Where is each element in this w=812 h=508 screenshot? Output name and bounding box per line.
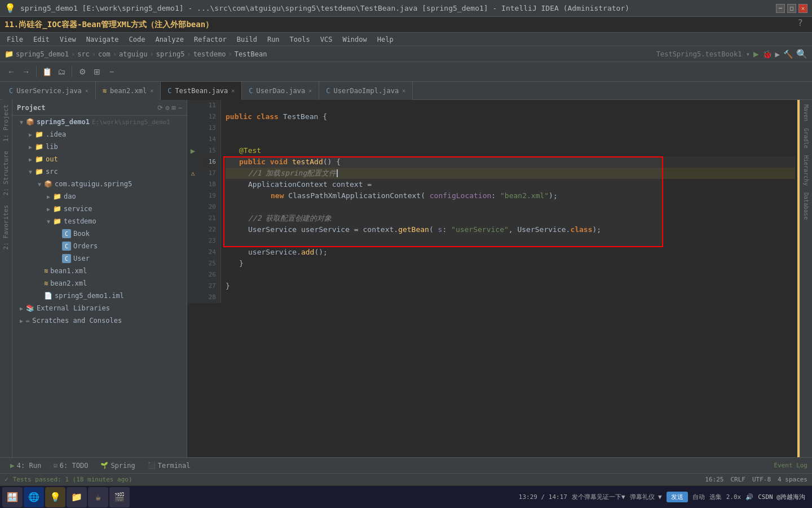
maximize-button[interactable]: □ bbox=[787, 4, 796, 13]
tree-bean2xml[interactable]: ▶ ≋ bean2.xml bbox=[12, 277, 187, 290]
collapse-button[interactable]: − bbox=[105, 65, 118, 78]
taskbar-notification2[interactable]: 弹幕礼仪 ▼ bbox=[630, 493, 662, 501]
tree-lib[interactable]: ▶ 📁 lib bbox=[12, 141, 187, 153]
expand-button[interactable]: ⊞ bbox=[90, 65, 104, 78]
taskbar-notification1[interactable]: 发个弹幕见证一下▼ bbox=[572, 493, 625, 501]
volume-icon[interactable]: 🔊 bbox=[745, 493, 753, 501]
path-spring5[interactable]: spring5 bbox=[156, 50, 185, 58]
menu-tools[interactable]: Tools bbox=[285, 33, 315, 46]
gutter-16 bbox=[187, 156, 198, 168]
tree-book[interactable]: ▶ C Book bbox=[12, 227, 187, 240]
event-log-label[interactable]: Event Log bbox=[774, 462, 807, 469]
cursor-position[interactable]: 16:25 bbox=[705, 476, 723, 483]
ie-button[interactable]: 🌐 bbox=[24, 487, 44, 507]
tab-close-testbean[interactable]: ✕ bbox=[231, 87, 235, 94]
tree-user[interactable]: ▶ C User bbox=[12, 252, 187, 265]
menu-run[interactable]: Run bbox=[263, 33, 284, 46]
tree-gear-icon[interactable]: ⚙ bbox=[165, 104, 169, 112]
select-label[interactable]: 选集 bbox=[709, 493, 722, 501]
menu-help[interactable]: Help bbox=[373, 33, 398, 46]
path-testbean[interactable]: TestBean bbox=[235, 50, 267, 58]
search-everywhere-button[interactable]: 🔍 bbox=[796, 49, 807, 59]
tab-close-bean2xml[interactable]: ✕ bbox=[150, 87, 153, 94]
structure-panel-button[interactable]: 2: Structure bbox=[2, 151, 10, 195]
tree-service[interactable]: ▶ 📁 service bbox=[12, 203, 187, 215]
tree-external-libs[interactable]: ▶ 📚 External Libraries bbox=[12, 302, 187, 314]
path-com[interactable]: com bbox=[98, 50, 111, 58]
settings-button[interactable]: ⚙ bbox=[76, 65, 89, 78]
favorites-panel-button[interactable]: 2: Favorites bbox=[2, 205, 10, 249]
tab-bean2xml[interactable]: ≋ bean2.xml ✕ bbox=[96, 82, 161, 100]
path-src[interactable]: src bbox=[77, 50, 90, 58]
tree-orders[interactable]: ▶ C Orders bbox=[12, 240, 187, 252]
close-button[interactable]: ✕ bbox=[798, 4, 807, 13]
tree-src[interactable]: ▼ 📁 src bbox=[12, 165, 187, 178]
send-button[interactable]: 发送 bbox=[667, 492, 688, 502]
encoding[interactable]: UTF-8 bbox=[752, 476, 771, 483]
coverage-button[interactable]: ▶ bbox=[775, 50, 780, 59]
tree-collapse-icon[interactable]: − bbox=[178, 104, 182, 112]
extra-button[interactable]: 🎬 bbox=[109, 487, 130, 507]
tree-sync-icon[interactable]: ⟳ bbox=[157, 104, 163, 112]
menu-edit[interactable]: Edit bbox=[29, 33, 54, 46]
menu-file[interactable]: File bbox=[2, 33, 28, 46]
todo-tab[interactable]: ☑ 6: TODO bbox=[48, 458, 94, 474]
minimize-button[interactable]: ─ bbox=[776, 4, 785, 13]
explorer-button[interactable]: 📁 bbox=[67, 487, 87, 507]
build-button[interactable]: 🔨 bbox=[783, 50, 793, 59]
tree-iml[interactable]: ▶ 📄 spring5_demo1.iml bbox=[12, 290, 187, 302]
speed-label[interactable]: 2.0x bbox=[726, 493, 742, 501]
spring-tab[interactable]: 🌱 Spring bbox=[95, 458, 140, 474]
path-spring5-demo1[interactable]: spring5_demo1 bbox=[16, 50, 69, 58]
tree-root[interactable]: ▼ 📦 spring5_demo1 E:\work\spring5_demo1 bbox=[12, 116, 187, 128]
terminal-tab[interactable]: ⬛ Terminal bbox=[142, 458, 196, 474]
help-icon[interactable]: ? bbox=[797, 17, 803, 28]
back-button[interactable]: ← bbox=[5, 65, 18, 78]
tree-out[interactable]: ▶ 📁 out bbox=[12, 153, 187, 165]
gutter-15[interactable]: ▶ bbox=[187, 145, 198, 156]
forward-button[interactable]: → bbox=[19, 65, 33, 78]
tab-close-userdao[interactable]: ✕ bbox=[308, 87, 312, 94]
tree-scratches[interactable]: ▶ ✏ Scratches and Consoles bbox=[12, 314, 187, 327]
tab-userdao[interactable]: C UserDao.java ✕ bbox=[242, 82, 319, 100]
menu-window[interactable]: Window bbox=[338, 33, 371, 46]
menu-refactor[interactable]: Refactor bbox=[189, 33, 231, 46]
menu-build[interactable]: Build bbox=[232, 33, 262, 46]
database-panel-button[interactable]: Database bbox=[802, 190, 810, 222]
tab-userservice[interactable]: C UserService.java ✕ bbox=[2, 82, 96, 100]
run-button[interactable]: ▶ bbox=[753, 49, 759, 59]
tab-testbean[interactable]: C TestBean.java ✕ bbox=[161, 82, 242, 100]
tab-userdaoimpl[interactable]: C UserDaoImpl.java ✕ bbox=[319, 82, 413, 100]
tree-bean1xml[interactable]: ▶ ≋ bean1.xml bbox=[12, 265, 187, 277]
maven-panel-button[interactable]: Maven bbox=[802, 102, 810, 124]
code-editor[interactable]: ▶ ⚠ bbox=[187, 100, 800, 457]
menu-navigate[interactable]: Navigate bbox=[82, 33, 123, 46]
line-ending[interactable]: CRLF bbox=[730, 476, 745, 483]
tree-package[interactable]: ▼ 📦 com.atguigu.spring5 bbox=[12, 178, 187, 190]
menu-code[interactable]: Code bbox=[125, 33, 150, 46]
run-tab[interactable]: ▶ 4: Run bbox=[5, 458, 47, 474]
menu-view[interactable]: View bbox=[55, 33, 81, 46]
tab-close-userservice[interactable]: ✕ bbox=[85, 87, 89, 94]
tree-dao[interactable]: ▶ 📁 dao bbox=[12, 190, 187, 203]
path-testdemo[interactable]: testdemo bbox=[193, 50, 226, 58]
tree-idea[interactable]: ▶ 📁 .idea bbox=[12, 128, 187, 141]
recent-files-button[interactable]: 📋 bbox=[40, 65, 54, 78]
tree-expand-icon[interactable]: ⊞ bbox=[172, 104, 176, 112]
indent-setting[interactable]: 4 spaces bbox=[778, 476, 807, 483]
menu-vcs[interactable]: VCS bbox=[316, 33, 337, 46]
tab-close-userdaoimpl[interactable]: ✕ bbox=[402, 87, 405, 94]
path-atguigu[interactable]: atguigu bbox=[119, 50, 148, 58]
tree-testdemo[interactable]: ▼ 📁 testdemo bbox=[12, 215, 187, 227]
run-config-selector[interactable]: TestSpring5.testBook1 ▾ bbox=[656, 50, 750, 58]
menu-analyze[interactable]: Analyze bbox=[151, 33, 188, 46]
java-button[interactable]: ☕ bbox=[88, 487, 108, 507]
debug-button[interactable]: 🐞 bbox=[762, 50, 772, 59]
idea-button[interactable]: 💡 bbox=[45, 487, 65, 507]
project-panel-button[interactable]: 1: Project bbox=[2, 104, 10, 142]
start-button[interactable]: 🪟 bbox=[2, 487, 23, 507]
project-structure-button[interactable]: 🗂 bbox=[55, 65, 68, 78]
gradle-panel-button[interactable]: Gradle bbox=[802, 126, 810, 151]
hierarchy-panel-button[interactable]: Hierarchy bbox=[802, 153, 810, 188]
code-lines[interactable]: public class TestBean { @Test public voi… bbox=[221, 100, 800, 457]
